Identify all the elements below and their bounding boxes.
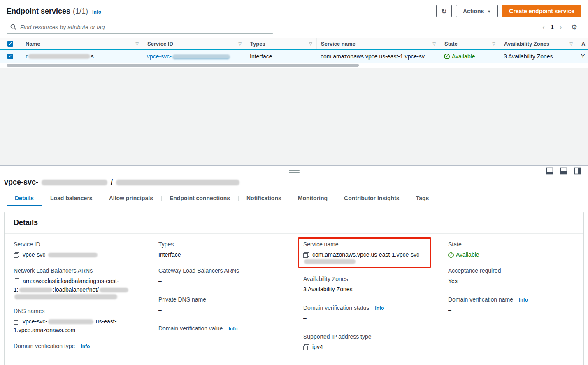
refresh-button[interactable]: ↻: [436, 5, 452, 17]
sort-icon[interactable]: ▽: [432, 42, 436, 46]
copy-icon[interactable]: [303, 344, 309, 350]
page-number[interactable]: 1: [551, 24, 554, 30]
field-value: com.amazonaws.vpce.us-east-1.vpce-svc-: [312, 250, 421, 259]
details-card: Details Service ID vpce-svc- Network Loa…: [4, 212, 584, 365]
tab-notifications[interactable]: Notifications: [238, 191, 290, 206]
column-header-types[interactable]: Types ▽: [246, 38, 316, 49]
title-separator: /: [111, 178, 113, 187]
info-link[interactable]: Info: [519, 297, 528, 303]
availability-zones-link[interactable]: 3 Availability Zones: [303, 285, 353, 294]
info-link[interactable]: Info: [228, 326, 237, 332]
redacted-text: [48, 319, 93, 324]
field-domain-verification-status: Domain verification status Info –: [303, 304, 430, 323]
details-column-2: Types Interface Gateway Load Balancers A…: [149, 241, 294, 365]
gear-icon: ⚙: [571, 23, 577, 31]
column-header-label: Name: [26, 41, 40, 47]
field-value: –: [303, 314, 430, 323]
field-private-dns-name: Private DNS name –: [158, 296, 285, 314]
copy-icon[interactable]: [14, 278, 19, 284]
endpoint-services-section: Endpoint services (1/1) Info ↻ Actions ▼…: [0, 0, 588, 68]
tab-allow-principals[interactable]: Allow principals: [101, 191, 161, 206]
copy-icon[interactable]: [14, 252, 19, 258]
field-value: 1.vpce.amazonaws.com: [14, 326, 75, 335]
details-card-body: Service ID vpce-svc- Network Load Balanc…: [5, 234, 583, 365]
tab-contributor-insights[interactable]: Contributor Insights: [336, 191, 408, 206]
actions-button-label: Actions: [463, 8, 484, 14]
copy-icon[interactable]: [303, 252, 309, 258]
field-label: Private DNS name: [158, 296, 285, 303]
field-value: vpce-svc-: [23, 317, 47, 326]
service-id-link[interactable]: vpce-svc-: [147, 53, 231, 60]
field-value: .us-east-: [94, 317, 116, 326]
redacted-text: [100, 288, 128, 292]
copy-icon[interactable]: [14, 319, 19, 325]
next-page-button[interactable]: ›: [560, 23, 562, 31]
endpoint-services-table: ✓ Name ▽ Service ID ▽ Types ▽ Service na…: [0, 38, 588, 63]
field-state: State ✓ Available: [448, 241, 574, 259]
redacted-text: [116, 180, 239, 185]
availability-zones-link[interactable]: 3 Availability Zones: [504, 53, 553, 60]
preferences-gear-button[interactable]: ⚙: [571, 23, 577, 32]
info-link[interactable]: Info: [81, 344, 90, 349]
create-endpoint-service-button[interactable]: Create endpoint service: [502, 5, 581, 17]
field-value: arn:aws:elasticloadbalancing:us-east-: [23, 277, 119, 285]
field-label: Types: [158, 241, 285, 248]
details-column-4: State ✓ Available Acceptance required Ye…: [439, 241, 583, 365]
panel-bottom-icon: [546, 167, 553, 175]
field-value: –: [158, 306, 285, 314]
tab-load-balancers[interactable]: Load balancers: [42, 191, 101, 206]
field-label: Domain verification status: [303, 304, 369, 311]
sort-icon[interactable]: ▽: [309, 42, 312, 46]
prev-page-button[interactable]: ‹: [542, 23, 545, 31]
column-header-service-name[interactable]: Service name ▽: [316, 38, 440, 49]
row-name-fragment: r: [26, 53, 28, 60]
column-header-name[interactable]: Name ▽: [21, 38, 143, 49]
scrollbar-thumb[interactable]: [7, 64, 359, 67]
page-title: Endpoint services (1/1) Info: [7, 7, 101, 16]
row-name-fragment: s: [91, 53, 94, 60]
service-id-prefix: vpce-svc-: [147, 53, 172, 60]
info-link[interactable]: Info: [92, 9, 101, 15]
column-header-truncated[interactable]: A: [577, 38, 588, 49]
check-circle-icon: ✓: [444, 54, 450, 59]
horizontal-scrollbar[interactable]: [0, 63, 588, 68]
field-label: Domain verification type: [14, 343, 75, 349]
split-panel-drag-handle[interactable]: [289, 169, 300, 173]
column-header-availability-zones[interactable]: Availability Zones ▽: [500, 38, 577, 49]
field-label: Availability Zones: [303, 276, 430, 282]
column-header-label: Service name: [321, 41, 356, 47]
redacted-text: [28, 54, 90, 59]
field-types: Types Interface: [158, 241, 285, 259]
split-panel-header: [0, 166, 588, 177]
resource-id-prefix: vpce-svc-: [4, 178, 38, 187]
info-link[interactable]: Info: [375, 305, 384, 311]
field-label: Service ID: [14, 241, 140, 248]
panel-position-split-button[interactable]: [560, 167, 567, 176]
select-all-checkbox[interactable]: ✓: [7, 41, 13, 47]
field-value: –: [158, 335, 285, 343]
field-label: Network Load Balancers ARNs: [14, 267, 140, 274]
sort-icon[interactable]: ▽: [135, 42, 139, 46]
row-checkbox[interactable]: ✓: [7, 54, 13, 59]
tab-details[interactable]: Details: [7, 191, 42, 206]
panel-position-bottom-button[interactable]: [546, 167, 553, 176]
table-row[interactable]: ✓ r s vpce-svc- Interface com.amazonaws.…: [0, 49, 588, 63]
column-header-service-id[interactable]: Service ID ▽: [143, 38, 246, 49]
search-input[interactable]: [7, 21, 273, 34]
actions-button[interactable]: Actions ▼: [456, 5, 498, 17]
column-header-state[interactable]: State ▽: [440, 38, 500, 49]
sort-icon[interactable]: ▽: [492, 42, 495, 46]
tab-endpoint-connections[interactable]: Endpoint connections: [161, 191, 238, 206]
sort-icon[interactable]: ▽: [238, 42, 242, 46]
field-supported-ip-address-type: Supported IP address type ipv4: [303, 333, 430, 351]
tab-tags[interactable]: Tags: [408, 191, 437, 206]
detail-tabs: Details Load balancers Allow principals …: [0, 191, 588, 206]
tab-monitoring[interactable]: Monitoring: [290, 191, 336, 206]
field-value: –: [14, 352, 140, 361]
details-column-1: Service ID vpce-svc- Network Load Balanc…: [5, 241, 149, 365]
status-badge: ✓ Available: [444, 53, 475, 60]
sort-icon[interactable]: ▽: [569, 42, 573, 46]
panel-position-side-button[interactable]: [574, 167, 581, 176]
redacted-text: [48, 253, 98, 257]
search-box: [7, 21, 273, 34]
